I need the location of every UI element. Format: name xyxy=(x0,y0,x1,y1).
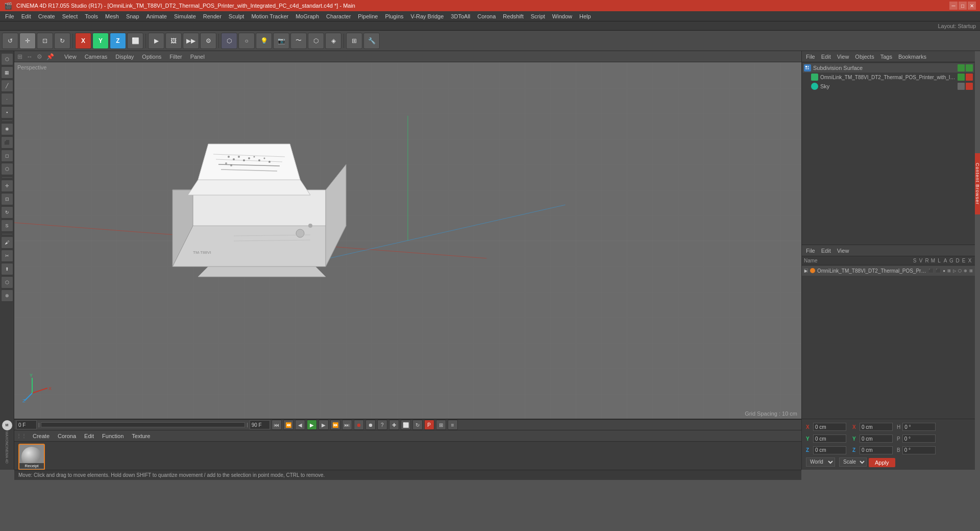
apply-button[interactable]: Apply xyxy=(869,458,895,467)
play-key-grid[interactable]: ⊞ xyxy=(436,420,446,430)
attr-icon-5[interactable]: ▷ xyxy=(953,269,956,273)
tool-point-mode[interactable]: · xyxy=(1,93,13,105)
attr-menu-edit[interactable]: Edit xyxy=(819,247,833,254)
tool-lasso[interactable]: ◻ xyxy=(1,150,13,162)
play-keyframe-add[interactable]: ✚ xyxy=(389,420,399,430)
play-next-frame[interactable]: ▶ xyxy=(318,420,329,430)
toolbar-render-settings[interactable]: ⚙ xyxy=(200,33,216,49)
menu-simulate[interactable]: Simulate xyxy=(171,12,199,20)
obj-menu-objects[interactable]: Objects xyxy=(853,53,876,60)
play-play[interactable]: ▶ xyxy=(307,420,317,430)
play-prev-key[interactable]: ⏪ xyxy=(283,420,293,430)
tool-polygon-mode[interactable]: ▪ xyxy=(1,106,13,118)
menu-tools[interactable]: Tools xyxy=(82,12,101,20)
menu-help[interactable]: Help xyxy=(576,12,594,20)
attr-icon-1[interactable]: ⬛ xyxy=(928,269,934,273)
tool-bevel[interactable]: ⬡ xyxy=(1,276,13,288)
menu-plugins[interactable]: Plugins xyxy=(382,12,406,20)
toolbar-sphere[interactable]: ○ xyxy=(238,33,255,49)
coord-z-pos[interactable]: 0 cm xyxy=(813,446,846,454)
play-record[interactable]: ⏺ xyxy=(354,420,364,430)
play-prev-frame[interactable]: ◀ xyxy=(295,420,305,430)
coord-x-pos[interactable]: 0 cm xyxy=(813,423,846,431)
viewport-3d[interactable]: TM-T88VI Perspective Grid Spacing : 10 c… xyxy=(14,62,801,419)
material-receipt[interactable]: Receipt xyxy=(18,444,45,470)
frame-end-input[interactable] xyxy=(250,420,270,429)
obj-menu-tags[interactable]: Tags xyxy=(878,53,894,60)
play-keyframe-remove[interactable]: ⬜ xyxy=(401,420,411,430)
menu-vray[interactable]: V-Ray Bridge xyxy=(408,12,447,20)
mat-tab-corona[interactable]: Corona xyxy=(56,432,78,440)
attr-menu-view[interactable]: View xyxy=(835,247,851,254)
viewport-icon-arrange[interactable]: ⊞ xyxy=(17,53,22,60)
tool-mesh-mode[interactable]: ▦ xyxy=(1,66,13,79)
obj-menu-file[interactable]: File xyxy=(804,53,817,60)
menu-snap[interactable]: Snap xyxy=(123,12,142,20)
obj-render-sky[interactable] xyxy=(966,83,973,90)
viewport-menu-display[interactable]: Display xyxy=(113,53,136,60)
obj-render-omnilink[interactable] xyxy=(966,74,973,81)
menu-sculpt[interactable]: Sculpt xyxy=(226,12,248,20)
obj-item-subdivision[interactable]: Subdivision Surface xyxy=(803,63,974,73)
tool-rotate[interactable]: ↻ xyxy=(1,206,13,219)
close-button[interactable]: ✕ xyxy=(968,2,976,10)
tool-brush[interactable]: 🖌 xyxy=(1,236,13,249)
tool-live-selection[interactable]: ✱ xyxy=(1,123,13,135)
mat-tab-function[interactable]: Function xyxy=(100,432,126,440)
obj-vis-green[interactable] xyxy=(958,64,965,71)
attr-icon-4[interactable]: ⊞ xyxy=(947,269,951,273)
tool-loop-select[interactable]: ⬡ xyxy=(1,163,13,175)
menu-script[interactable]: Script xyxy=(528,12,548,20)
obj-item-omnilink[interactable]: OmniLink_TM_T88VI_DT2_Thermal_POS_Printe… xyxy=(810,73,974,82)
tool-edge-mode[interactable]: ╱ xyxy=(1,80,13,92)
play-help[interactable]: ? xyxy=(377,420,387,430)
play-to-start[interactable]: ⏮ xyxy=(272,420,282,430)
mat-tab-edit[interactable]: Edit xyxy=(82,432,96,440)
tool-scale[interactable]: ⊡ xyxy=(1,193,13,205)
toolbar-spline[interactable]: 〜 xyxy=(290,33,307,49)
tool-magnet[interactable]: ⊗ xyxy=(1,289,13,302)
obj-vis-sky[interactable] xyxy=(958,83,965,90)
minimize-button[interactable]: ─ xyxy=(949,2,958,10)
menu-pipeline[interactable]: Pipeline xyxy=(355,12,381,20)
toolbar-select-rect[interactable]: ⬜ xyxy=(127,33,143,49)
menu-render[interactable]: Render xyxy=(200,12,225,20)
menu-character[interactable]: Character xyxy=(323,12,354,20)
obj-item-sky[interactable]: Sky xyxy=(810,82,974,91)
coord-world-dropdown[interactable]: World Local Object xyxy=(806,457,835,467)
playback-track[interactable] xyxy=(41,422,245,427)
toolbar-render-region[interactable]: ▶ xyxy=(148,33,164,49)
toolbar-light[interactable]: 💡 xyxy=(256,33,272,49)
viewport-icon-settings[interactable]: ⚙ xyxy=(37,53,42,60)
attr-icon-6[interactable]: ⬡ xyxy=(958,269,962,273)
viewport-menu-panel[interactable]: Panel xyxy=(188,53,207,60)
coord-scale-dropdown[interactable]: Scale Size xyxy=(839,457,867,467)
coord-y-pos[interactable]: 0 cm xyxy=(813,435,846,443)
menu-motion-tracker[interactable]: Motion Tracker xyxy=(248,12,291,20)
obj-menu-view[interactable]: View xyxy=(835,53,851,60)
viewport-icon-maximize[interactable]: ↔ xyxy=(27,53,33,60)
maximize-button[interactable]: □ xyxy=(959,2,967,10)
menu-animate[interactable]: Animate xyxy=(143,12,170,20)
attr-icon-8[interactable]: ⊞ xyxy=(969,269,973,273)
coord-b-val[interactable]: 0 ° xyxy=(902,446,936,454)
tool-move[interactable]: ✛ xyxy=(1,180,13,192)
attr-obj-expand[interactable]: ▶ xyxy=(804,269,808,273)
toolbar-render-picture[interactable]: 🖼 xyxy=(165,33,182,49)
viewport-menu-cameras[interactable]: Cameras xyxy=(83,53,110,60)
coord-h-val[interactable]: 0 ° xyxy=(902,423,936,431)
viewport-icon-pin[interactable]: 📌 xyxy=(46,53,54,60)
toolbar-camera[interactable]: 📷 xyxy=(273,33,289,49)
menu-redshift[interactable]: Redshift xyxy=(500,12,526,20)
menu-create[interactable]: Create xyxy=(35,12,58,20)
title-bar-controls[interactable]: ─ □ ✕ xyxy=(949,2,976,10)
mat-tab-create[interactable]: Create xyxy=(31,432,52,440)
tool-extrude[interactable]: ⬆ xyxy=(1,263,13,275)
toolbar-y-axis[interactable]: Y xyxy=(92,33,109,49)
obj-menu-bookmarks[interactable]: Bookmarks xyxy=(896,53,928,60)
coord-z-rot[interactable]: 0 cm xyxy=(860,446,893,454)
toolbar-generators[interactable]: ◈ xyxy=(325,33,341,49)
toolbar-move[interactable]: ✛ xyxy=(19,33,36,49)
coord-y-rot[interactable]: 0 cm xyxy=(860,435,893,443)
play-next-key[interactable]: ⏩ xyxy=(330,420,340,430)
